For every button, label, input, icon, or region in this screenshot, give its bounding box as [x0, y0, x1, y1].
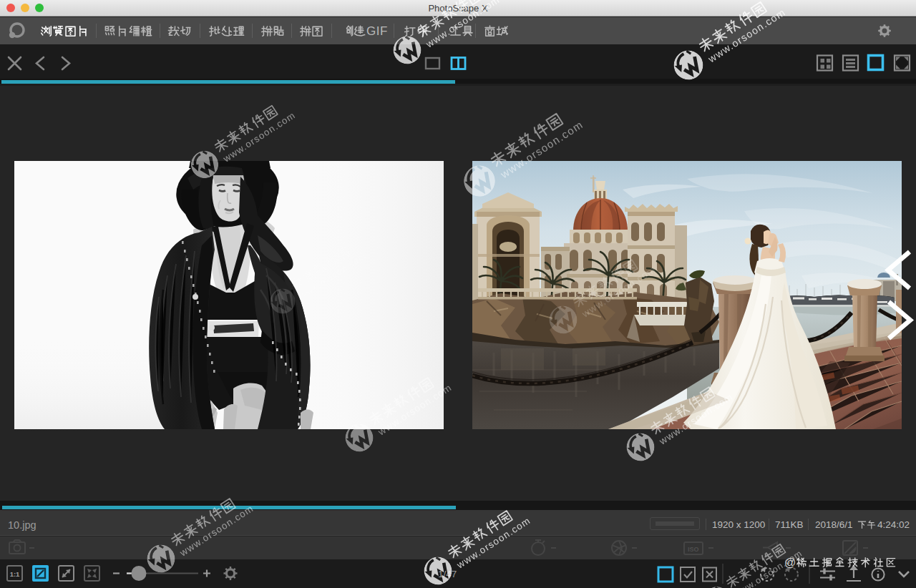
svg-text:1:1: 1:1 — [10, 570, 20, 578]
svg-text:ISO: ISO — [688, 546, 699, 553]
svg-text:1/47: 1/47 — [438, 569, 457, 579]
svg-text:@: @ — [784, 557, 796, 569]
